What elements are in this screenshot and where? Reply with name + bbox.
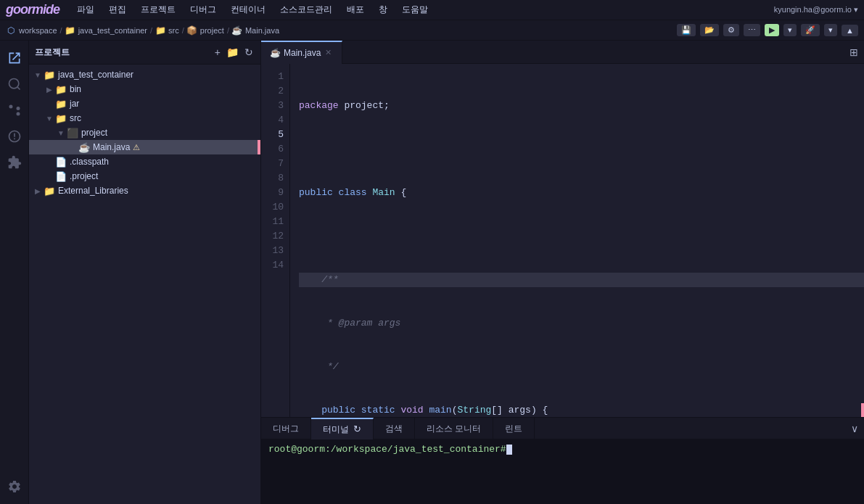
main-java-icon: ☕ xyxy=(232,25,242,36)
titlebar-left: goormide 파일편집프로젝트디버그컨테이너소스코드관리배포창도움말 xyxy=(6,2,434,17)
tree-node-java-test-container[interactable]: ▼ 📁 java_test_container xyxy=(29,67,260,82)
menu-item-프로젝트[interactable]: 프로젝트 xyxy=(135,2,181,17)
tree-node-classpath[interactable]: ▶ 📄 .classpath xyxy=(29,154,260,169)
line-num-13: 13 xyxy=(261,244,289,258)
file-tree: ▼ 📁 java_test_container ▶ 📁 bin ▶ 📁 jar … xyxy=(29,65,260,504)
bottom-tab-lint[interactable]: 린트 xyxy=(493,418,535,439)
tab-close-button[interactable]: ✕ xyxy=(324,47,333,58)
breadcrumb-container[interactable]: java_test_container xyxy=(78,26,147,35)
tree-arrow-classpath: ▶ xyxy=(44,158,55,166)
code-editor[interactable]: 1 2 3 4 5 6 7 8 9 10 11 12 13 14 package… xyxy=(261,64,864,417)
run-button[interactable]: ▶ xyxy=(765,24,779,36)
terminal-cursor xyxy=(506,445,512,455)
new-file-button[interactable]: + xyxy=(213,45,222,59)
code-content[interactable]: package project; public class Main { /**… xyxy=(290,64,864,417)
tree-label-src: src xyxy=(70,113,81,123)
tree-arrow-project: ▼ xyxy=(55,129,67,137)
warning-badge: ⚠ xyxy=(133,143,140,152)
breadcrumb-src[interactable]: src xyxy=(168,26,179,35)
folder-icon-external: 📁 xyxy=(44,185,55,197)
tab-actions: ⊞ xyxy=(849,46,864,58)
expand-panel-button[interactable]: ∨ xyxy=(851,423,858,434)
app-logo: goormide xyxy=(6,2,59,17)
terminal-content[interactable]: root@goorm:/workspace/java_test_containe… xyxy=(261,439,864,504)
tree-arrow-bin: ▶ xyxy=(44,86,55,94)
open-button[interactable]: 📂 xyxy=(700,24,719,36)
tree-arrow-dotproject: ▶ xyxy=(44,173,55,181)
save-button[interactable]: 💾 xyxy=(677,24,696,36)
main-layout: 프로젝트 + 📁 ↻ ▼ 📁 java_test_container ▶ 📁 b… xyxy=(0,41,864,504)
project-folder-icon: 📦 xyxy=(187,25,197,36)
bottom-tab-debug[interactable]: 디버그 xyxy=(261,418,311,439)
menu-item-디버그[interactable]: 디버그 xyxy=(184,2,222,17)
bottom-tab-terminal[interactable]: 터미널 ↻ xyxy=(311,418,374,439)
sidebar-icon-debug[interactable] xyxy=(3,125,26,148)
tree-node-external-libs[interactable]: ▶ 📁 External_Libraries xyxy=(29,183,260,198)
sidebar-icon-git[interactable] xyxy=(3,99,26,122)
editor-tab-main-java[interactable]: ☕ Main.java ✕ xyxy=(261,41,342,64)
java-file-icon: ☕ xyxy=(78,141,90,153)
sidebar-icon-extensions[interactable] xyxy=(3,151,26,174)
error-indicator xyxy=(258,140,260,154)
run-options-button[interactable]: ▾ xyxy=(783,24,797,36)
project-icon: ⬛ xyxy=(67,127,78,139)
line-num-8: 8 xyxy=(261,171,289,186)
tree-arrow-main: ▶ xyxy=(67,144,78,152)
bottom-tab-search[interactable]: 검색 xyxy=(374,418,415,439)
deploy-button[interactable]: 🚀 xyxy=(801,24,820,36)
bottom-tab-resource-monitor[interactable]: 리소스 모니터 xyxy=(415,418,493,439)
more-button[interactable]: ⋯ xyxy=(744,24,760,36)
code-line-7: */ xyxy=(299,360,864,374)
new-folder-button[interactable]: 📁 xyxy=(225,45,240,59)
line-num-2: 2 xyxy=(261,84,289,99)
tree-node-jar[interactable]: ▶ 📁 jar xyxy=(29,96,260,111)
sidebar-icon-explorer[interactable] xyxy=(3,46,26,70)
sidebar-icon-search[interactable] xyxy=(3,73,26,96)
file-tree-actions: + 📁 ↻ xyxy=(213,45,255,59)
split-editor-button[interactable]: ⊞ xyxy=(849,46,858,58)
bottom-tab-actions: ∨ xyxy=(851,423,864,434)
code-line-8: public static void main(String[] args) { xyxy=(299,403,864,417)
tree-node-src[interactable]: ▼ 📁 src xyxy=(29,111,260,125)
svg-point-0 xyxy=(9,79,18,88)
breadcrumb-workspace[interactable]: workspace xyxy=(19,26,57,35)
tree-node-bin[interactable]: ▶ 📁 bin xyxy=(29,82,260,96)
sidebar-icon-settings[interactable] xyxy=(3,475,26,498)
folder-icon-bin: 📁 xyxy=(55,83,67,95)
user-info[interactable]: kyungin.ha@goorm.io ▾ xyxy=(774,5,858,15)
tree-arrow-jar: ▶ xyxy=(44,100,55,108)
code-line-6: * @param args xyxy=(299,316,864,331)
editor-area: ☕ Main.java ✕ ⊞ 1 2 3 4 5 6 7 8 9 10 11 xyxy=(261,41,864,504)
code-line-1: package project; xyxy=(299,99,864,113)
tree-label-external: External_Libraries xyxy=(58,186,128,196)
code-line-4 xyxy=(299,229,864,244)
breadcrumb-main-java[interactable]: Main.java xyxy=(245,26,279,35)
menu-item-컨테이너[interactable]: 컨테이너 xyxy=(225,2,271,17)
tree-node-project[interactable]: ▼ ⬛ project xyxy=(29,125,260,140)
menu-item-창[interactable]: 창 xyxy=(373,2,393,17)
menu-item-도움말[interactable]: 도움말 xyxy=(396,2,434,17)
refresh-button[interactable]: ↻ xyxy=(243,45,255,59)
line-num-10: 10 xyxy=(261,200,289,215)
tree-node-dotproject[interactable]: ▶ 📄 .project xyxy=(29,169,260,183)
tree-label-classpath: .classpath xyxy=(70,157,109,167)
title-bar: goormide 파일편집프로젝트디버그컨테이너소스코드관리배포창도움말 kyu… xyxy=(0,0,864,20)
tab-icon: ☕ xyxy=(270,48,281,58)
code-line-2 xyxy=(299,142,864,157)
sidebar-icons xyxy=(0,41,29,504)
menu-item-편집[interactable]: 편집 xyxy=(103,2,132,17)
menu-item-파일[interactable]: 파일 xyxy=(71,2,100,17)
settings-button[interactable]: ⚙ xyxy=(723,24,739,36)
deploy-options-button[interactable]: ▾ xyxy=(824,24,837,36)
folder-icon-jar: 📁 xyxy=(55,98,67,110)
menu-item-배포[interactable]: 배포 xyxy=(341,2,370,17)
workspace-icon: ⬡ xyxy=(6,25,16,36)
collapse-button[interactable]: ▲ xyxy=(842,25,858,36)
file-tree-title: 프로젝트 xyxy=(35,46,70,59)
refresh-terminal-icon[interactable]: ↻ xyxy=(353,418,361,440)
menu-item-소스코드관리[interactable]: 소스코드관리 xyxy=(274,2,338,17)
breadcrumb-project[interactable]: project xyxy=(200,26,224,35)
classpath-icon: 📄 xyxy=(55,156,67,168)
tree-node-main-java[interactable]: ▶ ☕ Main.java ⚠ xyxy=(29,140,260,154)
line-num-1: 1 xyxy=(261,70,289,84)
